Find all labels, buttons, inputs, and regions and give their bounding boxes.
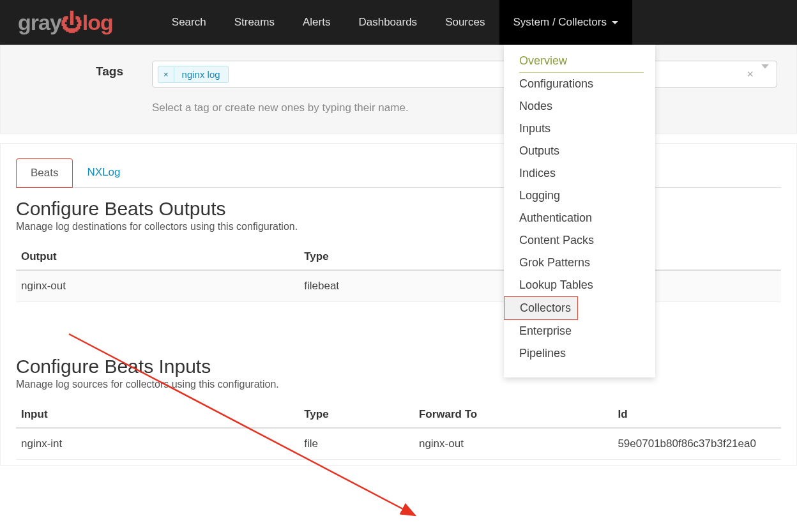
nav-sources[interactable]: Sources <box>431 0 499 45</box>
navbar: gray⏻log Search Streams Alerts Dashboard… <box>0 0 797 45</box>
output-name-cell: nginx-out <box>16 270 299 302</box>
tab-nxlog[interactable]: NXLog <box>73 158 134 188</box>
dropdown-inputs[interactable]: Inputs <box>504 118 655 140</box>
outputs-section: Configure Beats Outputs Manage log desti… <box>1 188 796 346</box>
tab-beats[interactable]: Beats <box>16 158 73 188</box>
inputs-th-type: Type <box>299 402 414 428</box>
tags-panel: Tags × nginx log × Select a tag or creat… <box>0 45 797 134</box>
content: Tags × nginx log × Select a tag or creat… <box>0 45 797 466</box>
tags-label: Tags <box>8 61 152 79</box>
nav-dashboards[interactable]: Dashboards <box>344 0 431 45</box>
tag-chip-text: nginx log <box>174 66 228 82</box>
main-panel: Beats NXLog Configure Beats Outputs Mana… <box>0 143 797 466</box>
dropdown-outputs[interactable]: Outputs <box>504 140 655 162</box>
input-forward-cell: nginx-out <box>414 428 612 460</box>
input-type-cell: file <box>299 428 414 460</box>
input-name-cell: nginx-int <box>16 428 299 460</box>
inputs-th-forward: Forward To <box>414 402 612 428</box>
inputs-th-id: Id <box>612 402 781 428</box>
nav-alerts[interactable]: Alerts <box>289 0 344 45</box>
nav-system-label: System / Collectors <box>513 16 607 29</box>
inputs-th-input: Input <box>16 402 299 428</box>
tag-remove-icon[interactable]: × <box>158 67 174 82</box>
dropdown-nodes[interactable]: Nodes <box>504 95 655 118</box>
dropdown-pipelines[interactable]: Pipelines <box>504 342 655 365</box>
chevron-down-icon[interactable] <box>761 69 769 80</box>
logo-part-gray: gray <box>18 10 61 34</box>
nav-search[interactable]: Search <box>158 0 220 45</box>
nav-items: Search Streams Alerts Dashboards Sources… <box>158 0 632 45</box>
dropdown-enterprise[interactable]: Enterprise <box>504 320 655 342</box>
inputs-desc: Manage log sources for collectors using … <box>16 379 781 390</box>
dropdown-lookup-tables[interactable]: Lookup Tables <box>504 274 655 296</box>
outputs-title: Configure Beats Outputs <box>16 198 781 220</box>
system-dropdown: Overview Configurations Nodes Inputs Out… <box>504 45 655 377</box>
nav-streams[interactable]: Streams <box>220 0 289 45</box>
outputs-desc: Manage log destinations for collectors u… <box>16 221 781 232</box>
dropdown-authentication[interactable]: Authentication <box>504 207 655 229</box>
inputs-table: Input Type Forward To Id nginx-int file … <box>16 402 781 460</box>
clear-icon[interactable]: × <box>747 68 754 81</box>
logo[interactable]: gray⏻log <box>18 10 113 35</box>
tabs-row: Beats NXLog <box>1 144 796 188</box>
inputs-title: Configure Beats Inputs <box>16 356 781 377</box>
dropdown-indices[interactable]: Indices <box>504 162 655 185</box>
logo-part-red: log <box>82 10 113 34</box>
dropdown-grok-patterns[interactable]: Grok Patterns <box>504 252 655 274</box>
nav-system-collectors[interactable]: System / Collectors <box>499 0 632 45</box>
dropdown-content-packs[interactable]: Content Packs <box>504 229 655 252</box>
dropdown-collectors[interactable]: Collectors <box>504 296 578 320</box>
outputs-table: Output Type nginx-out filebeat <box>16 244 781 302</box>
logo-icon: ⏻ <box>61 10 82 35</box>
outputs-th-output: Output <box>16 244 299 270</box>
tag-chip: × nginx log <box>158 66 229 83</box>
dropdown-logging[interactable]: Logging <box>504 185 655 207</box>
inputs-section: Configure Beats Inputs Manage log source… <box>1 346 796 465</box>
chevron-down-icon <box>612 21 618 24</box>
tags-help-text: Select a tag or create new ones by typin… <box>152 102 777 114</box>
input-id-cell: 59e0701b80f86c37b3f21ea0 <box>612 428 781 460</box>
dropdown-configurations[interactable]: Configurations <box>504 73 655 95</box>
table-row: nginx-out filebeat <box>16 270 781 302</box>
table-row: nginx-int file nginx-out 59e0701b80f86c3… <box>16 428 781 460</box>
tabs: Beats NXLog <box>16 158 781 188</box>
tags-control: × nginx log × Select a tag or create new… <box>152 61 789 114</box>
dropdown-overview[interactable]: Overview <box>519 50 644 73</box>
tags-input[interactable]: × nginx log × <box>152 61 777 87</box>
